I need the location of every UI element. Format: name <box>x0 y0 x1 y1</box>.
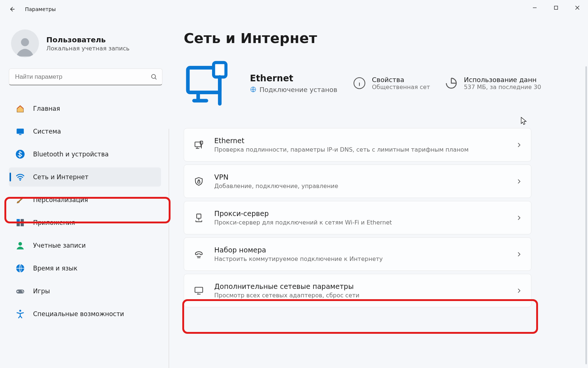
sidebar: Пользователь Локальная учетная запись Гл… <box>0 18 169 368</box>
page-title: Сеть и Интернет <box>184 30 588 46</box>
card-proxy[interactable]: Прокси-серверПрокси-сервер для подключен… <box>184 201 531 234</box>
svg-rect-9 <box>17 223 20 226</box>
maximize-button[interactable] <box>545 0 567 15</box>
sidebar-item-label: Специальные возможности <box>33 310 124 318</box>
chevron-right-icon <box>516 287 522 294</box>
sidebar-item-label: Время и язык <box>33 265 78 272</box>
card-title: Ethernet <box>214 137 506 145</box>
card-subtitle: Проверка подлинности, параметры IP-и DNS… <box>214 146 506 153</box>
card-vpn[interactable]: VPNДобавление, подключение, управление <box>184 164 531 198</box>
monitor-icon <box>193 285 205 297</box>
sidebar-item-games[interactable]: Игры <box>9 282 161 301</box>
sidebar-item-accessibility[interactable]: Специальные возможности <box>9 304 161 323</box>
card-title: Дополнительные сетевые параметры <box>214 282 506 290</box>
globe-clock-icon <box>15 263 25 273</box>
svg-rect-7 <box>17 219 20 222</box>
sidebar-item-personalize[interactable]: Персонализация <box>9 190 161 209</box>
system-icon <box>15 127 25 136</box>
svg-rect-22 <box>200 141 203 144</box>
minimize-button[interactable] <box>524 0 545 15</box>
svg-rect-0 <box>555 6 558 10</box>
chevron-right-icon <box>516 251 522 258</box>
svg-point-15 <box>22 291 24 293</box>
accessibility-icon <box>15 309 25 319</box>
window-title: Параметры <box>25 6 56 12</box>
svg-rect-24 <box>197 214 201 218</box>
brush-icon <box>15 195 25 205</box>
status-name: Ethernet <box>250 73 338 84</box>
sidebar-item-label: Bluetooth и устройства <box>33 151 109 158</box>
wifi-icon <box>15 172 25 182</box>
sidebar-item-apps[interactable]: Приложения <box>9 213 161 232</box>
ethernet-status-icon <box>184 57 235 109</box>
svg-point-6 <box>19 179 21 181</box>
status-main[interactable]: Ethernet Подключение установ <box>250 73 338 93</box>
card-title: VPN <box>214 173 506 181</box>
search-input[interactable] <box>15 73 150 81</box>
person-icon <box>15 241 25 250</box>
card-subtitle: Прокси-сервер для подключений к сетям Wi… <box>214 219 506 226</box>
phone-icon <box>193 248 205 260</box>
card-dialup[interactable]: Набор номераНастроить коммутируемое подк… <box>184 237 531 271</box>
card-title: Набор номера <box>214 246 506 254</box>
properties-sub: Общественная сет <box>372 84 430 91</box>
sidebar-item-label: Учетные записи <box>33 242 86 249</box>
sidebar-item-system[interactable]: Система <box>9 122 161 141</box>
back-button[interactable] <box>4 1 20 17</box>
card-subtitle: Настроить коммутируемое подключение к Ин… <box>214 255 506 262</box>
home-icon <box>15 104 25 113</box>
user-account-box[interactable]: Пользователь Локальная учетная запись <box>9 27 169 68</box>
status-state: Подключение установ <box>259 86 337 93</box>
data-usage-icon <box>445 77 458 90</box>
svg-point-14 <box>22 290 23 291</box>
card-title: Прокси-сервер <box>214 209 506 217</box>
card-ethernet[interactable]: EthernetПроверка подлинности, параметры … <box>184 128 531 162</box>
chevron-right-icon <box>516 215 522 221</box>
close-button[interactable] <box>567 0 588 15</box>
svg-rect-18 <box>214 63 226 77</box>
svg-rect-4 <box>19 134 22 135</box>
sidebar-item-home[interactable]: Главная <box>9 99 161 118</box>
svg-rect-3 <box>17 128 24 134</box>
chevron-right-icon <box>516 142 522 148</box>
usage-sub: 537 МБ, за последние 30 <box>464 84 541 91</box>
proxy-icon <box>193 212 205 224</box>
svg-point-2 <box>151 74 155 78</box>
sidebar-item-network[interactable]: Сеть и Интернет <box>9 167 161 187</box>
svg-rect-10 <box>21 223 24 226</box>
shield-lock-icon <box>193 176 205 187</box>
svg-point-11 <box>18 242 22 246</box>
window-controls <box>524 0 588 15</box>
properties-block[interactable]: Свойства Общественная сет <box>353 76 430 91</box>
gamepad-icon <box>15 286 25 296</box>
card-subtitle: Добавление, подключение, управление <box>214 183 506 190</box>
settings-cards: EthernetПроверка подлинности, параметры … <box>184 128 531 307</box>
main-content: Сеть и Интернет Ethernet Подключение уст… <box>169 18 588 368</box>
scrollbar[interactable] <box>585 66 587 364</box>
sidebar-item-label: Система <box>33 128 61 135</box>
search-icon <box>150 73 158 81</box>
sidebar-item-label: Главная <box>33 105 60 112</box>
user-name: Пользователь <box>46 35 129 44</box>
sidebar-item-bluetooth[interactable]: Bluetooth и устройства <box>9 145 161 164</box>
card-advanced[interactable]: Дополнительные сетевые параметрыПросмотр… <box>184 274 531 307</box>
apps-icon <box>15 218 25 227</box>
sidebar-nav: ГлавнаяСистемаBluetooth и устройстваСеть… <box>9 97 169 325</box>
sidebar-item-label: Приложения <box>33 219 75 226</box>
cursor-icon <box>520 117 527 125</box>
search-box[interactable] <box>9 68 162 85</box>
sidebar-item-time[interactable]: Время и язык <box>9 259 161 278</box>
sidebar-item-label: Игры <box>33 287 50 295</box>
svg-rect-23 <box>198 181 200 183</box>
svg-point-1 <box>21 38 29 46</box>
sidebar-item-label: Персонализация <box>33 196 88 204</box>
title-bar: Параметры <box>0 0 588 18</box>
svg-rect-25 <box>195 287 203 292</box>
card-subtitle: Просмотр всех сетевых адаптеров, сброс с… <box>214 292 506 299</box>
sidebar-item-accounts[interactable]: Учетные записи <box>9 236 161 255</box>
avatar <box>11 29 39 57</box>
network-status-row: Ethernet Подключение установ Свойства Об… <box>184 57 588 109</box>
chevron-right-icon <box>516 178 522 185</box>
usage-title: Использование данн <box>464 76 541 84</box>
data-usage-block[interactable]: Использование данн 537 МБ, за последние … <box>445 76 541 91</box>
